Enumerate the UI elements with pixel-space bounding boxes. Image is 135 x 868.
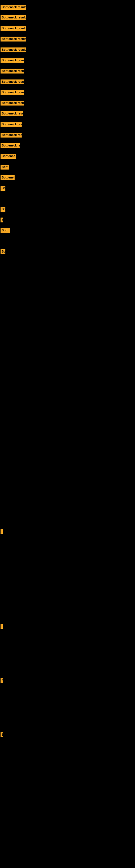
bottleneck-badge-15: Bottlenec bbox=[1, 154, 16, 159]
bottleneck-badge-7: Bottleneck resu bbox=[1, 69, 24, 73]
bottleneck-badge-18: Bo bbox=[1, 186, 5, 191]
small-badge-3: B bbox=[1, 678, 3, 683]
bottleneck-badge-21: Bottl bbox=[1, 228, 10, 233]
bottleneck-badge-6: Bottleneck resu bbox=[1, 58, 24, 63]
bottleneck-badge-10: Bottleneck resu bbox=[1, 101, 24, 105]
bottleneck-badge-9: Bottleneck resu bbox=[1, 90, 24, 95]
bottleneck-badge-5: Bottleneck result bbox=[1, 48, 26, 52]
bottleneck-badge-1: Bottleneck result bbox=[1, 5, 26, 10]
bottleneck-badge-11: Bottleneck resu bbox=[1, 111, 23, 116]
small-badge-2: | bbox=[1, 624, 3, 629]
bottleneck-badge-8: Bottleneck resu bbox=[1, 80, 24, 84]
bottleneck-badge-3: Bottleneck result bbox=[1, 26, 26, 31]
bottleneck-badge-13: Bottleneck res bbox=[1, 133, 21, 137]
small-badge-1: | bbox=[1, 529, 3, 534]
bottleneck-badge-17: Bottlene bbox=[1, 175, 14, 180]
small-badge-4: B bbox=[1, 733, 3, 737]
bottleneck-badge-19: Bo bbox=[1, 207, 5, 212]
bottleneck-badge-14: Bottleneck re bbox=[1, 143, 20, 148]
bottleneck-badge-2: Bottleneck result bbox=[1, 15, 26, 20]
bottleneck-badge-22: Bo bbox=[1, 249, 5, 254]
bottleneck-badge-4: Bottleneck result bbox=[1, 37, 26, 41]
bottleneck-badge-16: Bott bbox=[1, 165, 9, 169]
bottleneck-badge-12: Bottleneck res bbox=[1, 122, 21, 127]
bottleneck-badge-20: B bbox=[1, 218, 3, 222]
